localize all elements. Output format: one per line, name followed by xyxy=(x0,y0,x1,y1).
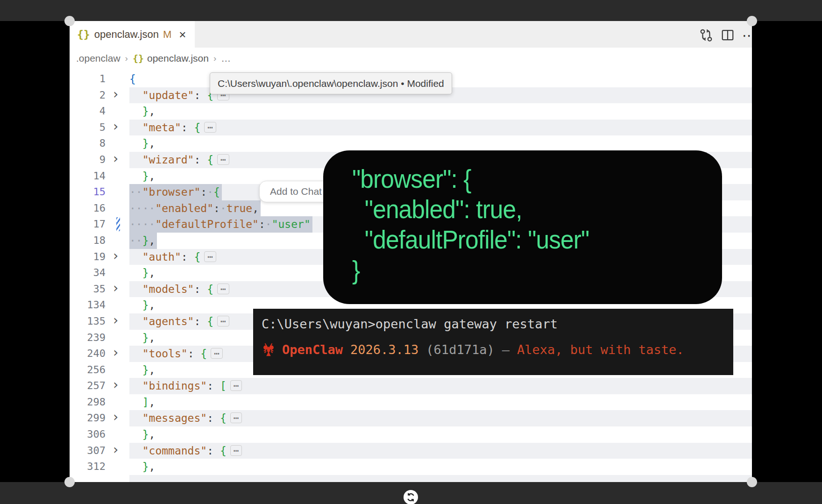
folded-code-ellipsis[interactable]: ⋯ xyxy=(230,412,242,423)
folded-code-ellipsis[interactable]: ⋯ xyxy=(204,122,216,133)
code-token: true xyxy=(227,202,252,214)
code-line[interactable]: 312 }, xyxy=(70,459,752,475)
lobster-icon xyxy=(262,343,276,357)
code-line[interactable]: 4 }, xyxy=(70,103,752,120)
line-number: 14 xyxy=(70,168,106,185)
code-token: "commands" xyxy=(129,445,207,457)
code-token: { xyxy=(129,73,136,85)
tab-label: openclaw.json xyxy=(94,28,159,41)
fold-chevron-icon[interactable]: › xyxy=(112,119,120,135)
folded-code-ellipsis[interactable]: ⋯ xyxy=(211,348,222,359)
line-number: 312 xyxy=(70,459,106,475)
code-token: "enabled" xyxy=(155,202,213,214)
code-token: "update" xyxy=(129,89,194,101)
breadcrumb-ellipsis[interactable]: … xyxy=(221,53,231,64)
code-line[interactable]: 5› "meta": {⋯ xyxy=(70,120,752,136)
recapture-button[interactable] xyxy=(404,490,418,504)
code-token: ···· xyxy=(129,218,155,230)
fold-chevron-icon[interactable]: › xyxy=(112,345,120,361)
folded-code-ellipsis[interactable]: ⋯ xyxy=(217,154,229,165)
folded-code-ellipsis[interactable]: ⋯ xyxy=(204,251,216,262)
terminal-commit: (61d171a) xyxy=(426,342,494,357)
gutter: 299› xyxy=(70,410,129,426)
code-text: }, xyxy=(129,426,752,443)
code-token: : xyxy=(213,202,220,214)
code-token: { xyxy=(220,445,227,457)
text-selection: ····"defaultProfile":·"user" xyxy=(129,216,312,233)
code-token: } xyxy=(129,461,149,473)
code-line[interactable]: 8 }, xyxy=(70,135,752,152)
more-actions-icon[interactable]: ⋯ xyxy=(742,27,752,43)
text-selection: ··}, xyxy=(129,233,157,249)
modified-gutter-marker xyxy=(116,217,120,231)
fold-chevron-icon[interactable]: › xyxy=(112,442,120,458)
code-token: "wizard" xyxy=(129,154,194,166)
code-text: "bindings": [⋯ xyxy=(129,378,752,394)
code-token: "user" xyxy=(272,218,311,230)
gutter: 240› xyxy=(70,346,129,362)
fold-chevron-icon[interactable]: › xyxy=(112,86,120,103)
split-editor-icon[interactable] xyxy=(721,28,735,42)
code-text: }, xyxy=(129,459,752,475)
breadcrumb-separator-icon: › xyxy=(125,53,128,64)
folded-code-ellipsis[interactable]: ⋯ xyxy=(230,380,242,391)
file-path-tooltip: C:\Users\wuyan\.openclaw\openclaw.json •… xyxy=(210,72,452,94)
terminal-brand: OpenClaw xyxy=(282,342,343,357)
gutter: 18 xyxy=(70,233,129,249)
code-token: } xyxy=(129,105,149,117)
code-token: , xyxy=(149,267,156,279)
code-token: · xyxy=(207,186,213,198)
code-line[interactable]: 257› "bindings": [⋯ xyxy=(70,378,752,394)
code-token: } xyxy=(129,332,149,344)
line-number: 9 xyxy=(70,152,106,168)
code-line[interactable] xyxy=(70,475,752,482)
gutter: 256 xyxy=(70,362,129,378)
tab-openclaw-json[interactable]: {} openclaw.json M × xyxy=(70,21,195,48)
code-token: , xyxy=(252,202,259,214)
gutter: 15 xyxy=(70,184,129,200)
code-token: { xyxy=(213,186,220,198)
fold-chevron-icon[interactable]: › xyxy=(112,248,120,264)
folded-code-ellipsis[interactable]: ⋯ xyxy=(217,284,229,294)
callout-line: "enabled": true, xyxy=(352,194,693,224)
code-token: , xyxy=(149,461,156,473)
code-line[interactable]: 299› "messages": {⋯ xyxy=(70,410,752,426)
terminal-version: 2026.3.13 xyxy=(350,342,418,357)
code-line[interactable]: 298 ], xyxy=(70,394,752,411)
line-number: 16 xyxy=(70,200,106,217)
selection-handle-top-right[interactable] xyxy=(747,16,757,26)
code-line[interactable]: 307› "commands": {⋯ xyxy=(70,443,752,459)
open-changes-icon[interactable] xyxy=(699,28,713,42)
code-token: "models" xyxy=(129,283,194,295)
code-token: ···· xyxy=(129,202,155,214)
fold-chevron-icon[interactable]: › xyxy=(112,409,120,426)
code-token: · xyxy=(220,202,227,214)
code-token: } xyxy=(129,267,149,279)
code-token: ] xyxy=(129,396,149,408)
code-token: , xyxy=(149,364,156,376)
json-file-icon: {} xyxy=(77,28,90,41)
tab-close-icon[interactable]: × xyxy=(179,30,186,39)
selection-handle-bottom-left[interactable] xyxy=(64,477,75,487)
breadcrumb-folder[interactable]: .openclaw xyxy=(76,53,120,64)
fold-chevron-icon[interactable]: › xyxy=(112,151,120,167)
breadcrumb-file-icon: {} xyxy=(133,53,144,64)
code-token: "agents" xyxy=(129,315,194,327)
code-token: , xyxy=(149,234,156,247)
fold-chevron-icon[interactable]: › xyxy=(112,312,120,329)
gutter: 9› xyxy=(70,152,129,168)
fold-chevron-icon[interactable]: › xyxy=(112,280,120,297)
selection-handle-top-left[interactable] xyxy=(64,16,75,26)
breadcrumb-file[interactable]: openclaw.json xyxy=(147,53,209,64)
selection-handle-bottom-right[interactable] xyxy=(747,477,757,487)
code-line[interactable]: 306 }, xyxy=(70,426,752,443)
gutter: 35› xyxy=(70,281,129,298)
gutter: 2› xyxy=(70,87,129,104)
folded-code-ellipsis[interactable]: ⋯ xyxy=(217,316,229,327)
callout-line: "browser": { xyxy=(352,163,693,194)
folded-code-ellipsis[interactable]: ⋯ xyxy=(230,445,242,456)
code-text: "messages": {⋯ xyxy=(129,410,752,426)
fold-chevron-icon[interactable]: › xyxy=(112,377,120,393)
code-token: } xyxy=(142,234,149,247)
callout-line: "defaultProfile": "user" xyxy=(352,224,693,255)
